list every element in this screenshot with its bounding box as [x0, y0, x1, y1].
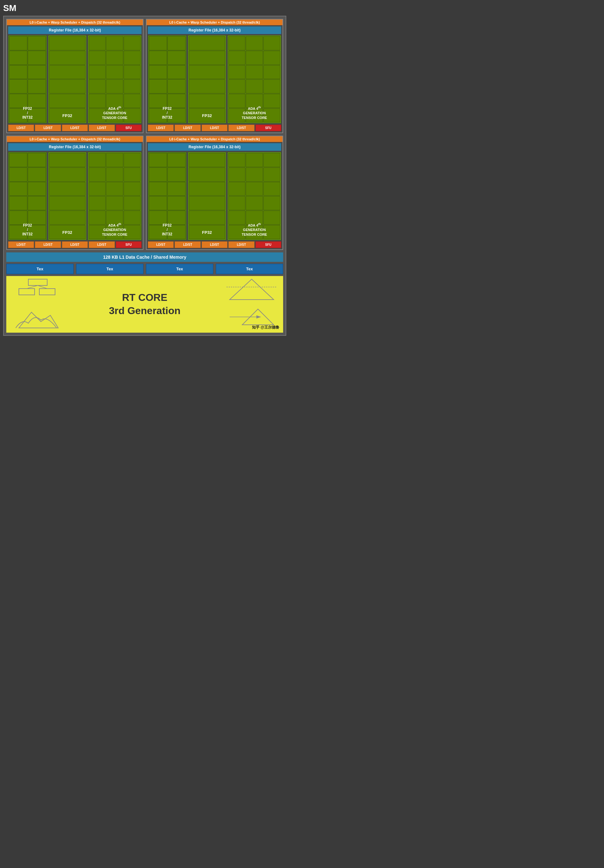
ldst1-tr: LD/ST — [148, 125, 173, 131]
tensor-col-tl: ADA 4thGENERATIONTENSOR CORE — [88, 35, 142, 123]
compute-area-br: FP32/INT32 FP32 — [148, 152, 281, 240]
fp32-int32-col-br: FP32/INT32 — [148, 152, 187, 240]
rt-core-section: RT CORE3rd Generation 知乎 @王尔德鲁 — [6, 276, 283, 333]
ldst2-bl: LD/ST — [35, 242, 61, 248]
warp-block-top-left: L0 i-Cache + Warp Scheduler + Dispatch (… — [6, 19, 144, 133]
svg-line-3 — [27, 285, 38, 288]
reg-file-br: Register File (16,384 x 32-bit) — [148, 143, 281, 151]
fp32-int32-label-tl: FP32/INT32 — [8, 104, 46, 121]
tensor-col-bl: ADA 4thGENERATIONTENSOR CORE — [88, 152, 142, 240]
svg-rect-1 — [19, 288, 35, 295]
sm-title: SM — [3, 3, 286, 13]
ldst1-br: LD/ST — [148, 242, 173, 248]
reg-file-bl: Register File (16,384 x 32-bit) — [8, 143, 142, 151]
ldst3-tl: LD/ST — [62, 125, 88, 131]
fp32-col-tr: FP32 — [188, 35, 226, 123]
ldst1-bl: LD/ST — [8, 242, 34, 248]
fp32-int32-label-tr: FP32/INT32 — [148, 104, 186, 121]
sfu-tl: SFU — [116, 125, 142, 131]
fp32-label-bl: FP32 — [48, 228, 87, 237]
svg-line-4 — [38, 285, 47, 288]
fp32-int32-label-bl: FP32/INT32 — [8, 221, 46, 238]
tensor-col-br: ADA 4thGENERATIONTENSOR CORE — [228, 152, 281, 240]
tensor-label-br: ADA 4thGENERATIONTENSOR CORE — [228, 223, 281, 237]
svg-rect-2 — [39, 288, 55, 295]
compute-area-bl: FP32/INT32 FP32 — [8, 152, 142, 240]
fp32-label-br: FP32 — [188, 228, 226, 237]
ldst3-br: LD/ST — [201, 242, 228, 248]
svg-rect-0 — [28, 279, 47, 285]
warp-block-bottom-right: L0 i-Cache + Warp Scheduler + Dispatch (… — [146, 136, 283, 250]
fp32-label-tl: FP32 — [48, 112, 87, 120]
tensor-col-tr: ADA 4thGENERATIONTENSOR CORE — [228, 35, 281, 123]
l1-cache-bar: 128 KB L1 Data Cache / Shared Memory — [6, 253, 283, 262]
warp-header-tl: L0 i-Cache + Warp Scheduler + Dispatch (… — [7, 20, 143, 25]
rt-icon-right — [226, 277, 277, 331]
ldst4-tr: LD/ST — [228, 125, 254, 131]
tex-row: Tex Tex Tex Tex — [6, 264, 283, 274]
ldst4-br: LD/ST — [228, 242, 254, 248]
watermark: 知乎 @王尔德鲁 — [252, 325, 279, 330]
ldst4-bl: LD/ST — [89, 242, 115, 248]
fp32-label-tr: FP32 — [188, 112, 226, 120]
ldst3-tr: LD/ST — [201, 125, 228, 131]
fp32-col-tl: FP32 — [48, 35, 87, 123]
reg-file-tl: Register File (16,384 x 32-bit) — [8, 26, 142, 34]
fp32-int32-col-tr: FP32/INT32 — [148, 35, 187, 123]
sm-container: L0 i-Cache + Warp Scheduler + Dispatch (… — [3, 16, 286, 336]
tex-1: Tex — [6, 264, 74, 274]
warp-header-br: L0 i-Cache + Warp Scheduler + Dispatch (… — [147, 136, 282, 142]
svg-marker-6 — [230, 279, 274, 300]
fp32-col-br: FP32 — [188, 152, 226, 240]
warp-block-top-right: L0 i-Cache + Warp Scheduler + Dispatch (… — [146, 19, 283, 133]
fp32-int32-col-bl: FP32/INT32 — [8, 152, 47, 240]
warp-header-tr: L0 i-Cache + Warp Scheduler + Dispatch (… — [147, 20, 282, 25]
tensor-label-tl: ADA 4thGENERATIONTENSOR CORE — [88, 106, 141, 120]
sfu-bl: SFU — [116, 242, 142, 248]
bottom-row-bl: LD/ST LD/ST LD/ST LD/ST SFU — [8, 242, 142, 248]
reg-file-tr: Register File (16,384 x 32-bit) — [148, 26, 281, 34]
ldst4-tl: LD/ST — [89, 125, 115, 131]
rt-icon-left — [12, 277, 63, 331]
tensor-label-bl: ADA 4thGENERATIONTENSOR CORE — [88, 223, 141, 237]
tex-4: Tex — [216, 264, 283, 274]
ldst2-br: LD/ST — [175, 242, 200, 248]
rt-core-text: RT CORE3rd Generation — [109, 291, 181, 317]
quad-grid: L0 i-Cache + Warp Scheduler + Dispatch (… — [6, 19, 283, 250]
bottom-row-tr: LD/ST LD/ST LD/ST LD/ST SFU — [148, 125, 281, 131]
ldst2-tl: LD/ST — [35, 125, 61, 131]
tex-3: Tex — [146, 264, 213, 274]
compute-area-tr: FP32/INT32 FP32 — [148, 35, 281, 123]
ldst2-tr: LD/ST — [175, 125, 200, 131]
tensor-label-tr: ADA 4thGENERATIONTENSOR CORE — [228, 106, 281, 120]
ldst3-bl: LD/ST — [62, 242, 88, 248]
svg-marker-5 — [19, 312, 58, 328]
bottom-row-tl: LD/ST LD/ST LD/ST LD/ST SFU — [8, 125, 142, 131]
svg-marker-10 — [256, 315, 261, 318]
tex-2: Tex — [76, 264, 144, 274]
sfu-tr: SFU — [256, 125, 281, 131]
fp32-int32-label-br: FP32/INT32 — [148, 221, 186, 238]
warp-block-bottom-left: L0 i-Cache + Warp Scheduler + Dispatch (… — [6, 136, 144, 250]
ldst1-tl: LD/ST — [8, 125, 34, 131]
fp32-int32-col-tl: FP32/INT32 — [8, 35, 47, 123]
sfu-br: SFU — [256, 242, 281, 248]
warp-header-bl: L0 i-Cache + Warp Scheduler + Dispatch (… — [7, 136, 143, 142]
compute-area-tl: FP32/INT32 FP32 — [8, 35, 142, 123]
fp32-col-bl: FP32 — [48, 152, 87, 240]
bottom-row-br: LD/ST LD/ST LD/ST LD/ST SFU — [148, 242, 281, 248]
